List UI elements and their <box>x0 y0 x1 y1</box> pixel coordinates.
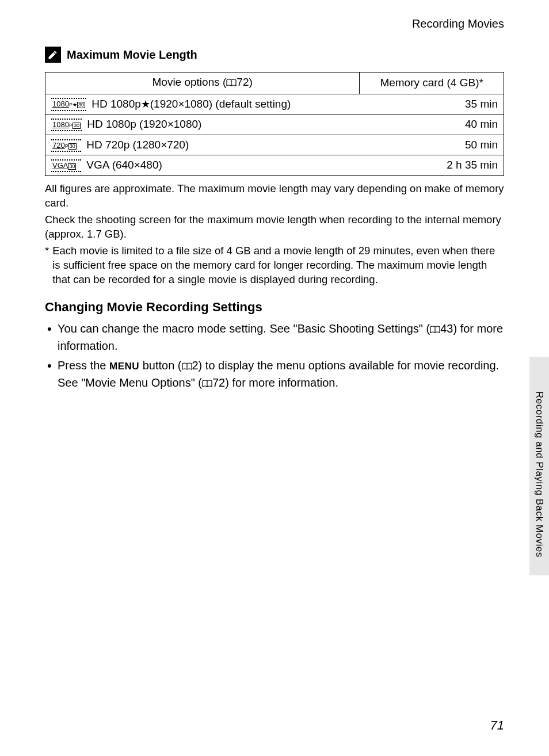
mode-icon: 720P30 <box>51 139 81 152</box>
book-ref-icon <box>226 76 237 91</box>
page-number: 71 <box>490 718 504 733</box>
section-header: Maximum Movie Length <box>45 47 504 63</box>
value-cell: 40 min <box>360 114 504 135</box>
table-row: 1080P30 HD 1080p (1920×1080)40 min <box>45 114 504 135</box>
mode-icon: 1080P30 <box>51 119 82 131</box>
bullet-2: Press the MENU button (2) to display the… <box>45 357 504 392</box>
col-header-card: Memory card (4 GB)* <box>360 72 504 94</box>
footnote-mark: * <box>45 244 49 287</box>
star-icon: ★ <box>141 98 150 110</box>
note-1: All figures are approximate. The maximum… <box>45 182 504 211</box>
table-row: VGA30 VGA (640×480)2 h 35 min <box>45 155 504 176</box>
subheading: Changing Movie Recording Settings <box>45 300 504 315</box>
table-row: 1080P★30 HD 1080p★(1920×1080) (default s… <box>45 94 504 114</box>
mode-icon: VGA30 <box>51 159 81 172</box>
side-tab-label: Recording and Playing Back Movies <box>533 391 545 558</box>
footnote: * Each movie is limited to a file size o… <box>45 244 504 287</box>
book-ref-icon <box>202 376 212 392</box>
bullet-1: You can change the macro mode setting. S… <box>45 320 504 354</box>
note-2: Check the shooting screen for the maximu… <box>45 213 504 242</box>
value-cell: 35 min <box>360 94 504 114</box>
value-cell: 50 min <box>360 135 504 155</box>
option-cell: VGA30 VGA (640×480) <box>45 155 360 176</box>
section-title: Maximum Movie Length <box>67 48 197 62</box>
option-cell: 1080P★30 HD 1080p★(1920×1080) (default s… <box>45 94 360 114</box>
menu-button-label: MENU <box>109 361 139 372</box>
running-head: Recording Movies <box>45 17 504 30</box>
mode-icon: 1080P★30 <box>51 98 86 110</box>
movie-length-table: Movie options (72) Memory card (4 GB)* 1… <box>45 72 504 176</box>
side-tab: Recording and Playing Back Movies <box>529 357 549 575</box>
bullet-list: You can change the macro mode setting. S… <box>45 320 504 392</box>
col-header-options: Movie options (72) <box>45 72 360 94</box>
option-cell: 720P30 HD 720p (1280×720) <box>45 135 360 155</box>
table-notes: All figures are approximate. The maximum… <box>45 182 504 242</box>
pencil-note-icon <box>45 47 61 63</box>
table-row: 720P30 HD 720p (1280×720)50 min <box>45 135 504 155</box>
footnote-text: Each movie is limited to a file size of … <box>52 244 504 287</box>
book-ref-icon <box>182 358 192 375</box>
book-ref-icon <box>430 322 440 338</box>
value-cell: 2 h 35 min <box>360 155 504 176</box>
option-cell: 1080P30 HD 1080p (1920×1080) <box>45 114 360 135</box>
